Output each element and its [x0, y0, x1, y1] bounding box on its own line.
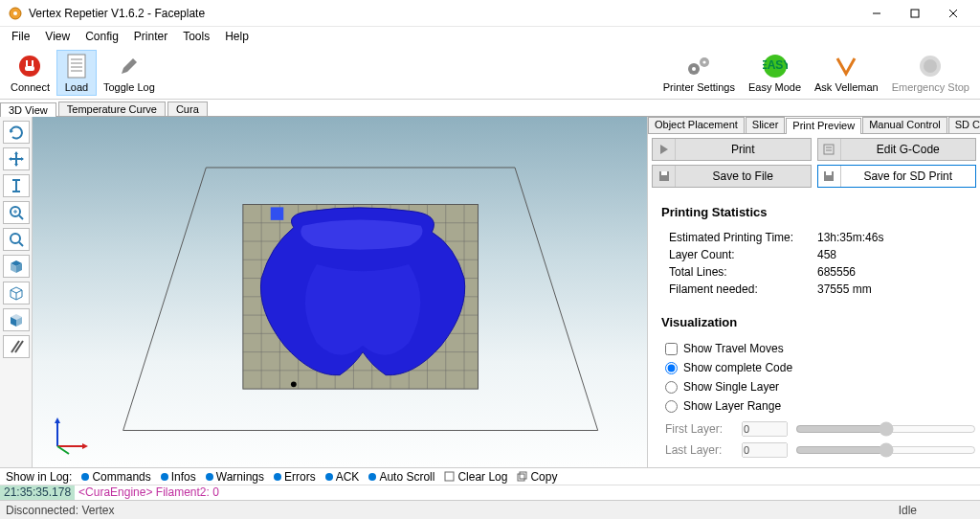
first-layer-input[interactable]: [742, 421, 788, 437]
svg-point-1: [13, 11, 17, 15]
stat-time-value: 13h:35m:46s: [817, 229, 883, 246]
svg-rect-68: [520, 472, 526, 479]
toggle-log-button[interactable]: Toggle Log: [97, 50, 162, 96]
stat-lines-value: 685556: [817, 263, 856, 281]
svg-rect-59: [824, 145, 834, 154]
printer-settings-button[interactable]: Printer Settings: [657, 50, 742, 96]
complete-radio[interactable]: [665, 362, 678, 374]
tab-3d-view[interactable]: 3D View: [0, 102, 56, 117]
stat-layers-key: Layer Count:: [669, 246, 817, 263]
status-state: Idle: [899, 504, 917, 517]
connect-label: Connect: [11, 81, 50, 93]
first-layer-control: First Layer:: [665, 421, 976, 437]
menu-file[interactable]: File: [4, 28, 37, 45]
clear-log-button[interactable]: Clear Log: [444, 470, 507, 484]
log-ack-toggle[interactable]: ACK: [325, 470, 360, 484]
edit-gcode-button[interactable]: Edit G-Code: [817, 138, 977, 161]
viz-single-layer[interactable]: Show Single Layer: [665, 377, 976, 396]
travel-checkbox[interactable]: [665, 343, 678, 355]
printer-settings-label: Printer Settings: [663, 81, 735, 93]
load-button[interactable]: Load: [56, 50, 97, 96]
view-iso-button[interactable]: [3, 282, 30, 305]
load-label: Load: [65, 81, 88, 93]
right-tabstrip: Object Placement Slicer Print Preview Ma…: [648, 117, 980, 134]
stat-filament-value: 37555 mm: [817, 281, 872, 298]
svg-line-28: [19, 242, 23, 246]
svg-rect-7: [26, 60, 28, 66]
svg-point-22: [924, 59, 937, 73]
menu-help[interactable]: Help: [217, 28, 256, 45]
save-to-file-button[interactable]: Save to File: [652, 165, 812, 188]
parallel-lines-button[interactable]: [3, 335, 30, 358]
log-console[interactable]: 21:35:35.178 <CuraEngine> Filament2: 0: [0, 485, 980, 500]
emergency-stop-button[interactable]: Emergency Stop: [885, 50, 976, 96]
connect-button[interactable]: Connect: [4, 50, 56, 96]
log-warnings-toggle[interactable]: Warnings: [206, 470, 264, 484]
log-errors-toggle[interactable]: Errors: [274, 470, 316, 484]
move-z-button[interactable]: [3, 174, 30, 197]
easy-mode-label: Easy Mode: [748, 81, 801, 93]
pencil-icon: [116, 53, 143, 79]
svg-rect-10: [68, 55, 85, 78]
viz-layer-range[interactable]: Show Layer Range: [665, 396, 976, 416]
menubar: File View Config Printer Tools Help: [0, 27, 980, 46]
edit-gcode-label: Edit G-Code: [841, 143, 976, 156]
menu-config[interactable]: Config: [78, 28, 126, 45]
copy-log-button[interactable]: Copy: [517, 470, 557, 484]
ask-velleman-button[interactable]: Ask Velleman: [808, 50, 885, 96]
view-top-button[interactable]: [3, 255, 30, 278]
range-radio[interactable]: [665, 400, 678, 413]
view-front-button[interactable]: [3, 308, 30, 331]
stat-time-key: Estimated Printing Time:: [669, 229, 817, 246]
tab-slicer[interactable]: Slicer: [746, 117, 786, 133]
log-infos-toggle[interactable]: Infos: [161, 470, 196, 484]
stats-heading: Printing Statistics: [652, 205, 976, 219]
last-layer-input[interactable]: [742, 442, 788, 458]
3d-viewport[interactable]: [33, 117, 647, 467]
ask-velleman-label: Ask Velleman: [814, 81, 879, 93]
emergency-stop-label: Emergency Stop: [892, 81, 969, 93]
tab-sd-card[interactable]: SD Card: [948, 117, 980, 133]
plug-icon: [16, 53, 43, 79]
tab-temperature-curve[interactable]: Temperature Curve: [58, 102, 166, 116]
save-for-sd-button[interactable]: Save for SD Print: [817, 165, 977, 188]
menu-view[interactable]: View: [37, 28, 78, 45]
dot-icon: [81, 473, 89, 481]
dot-icon: [274, 473, 281, 481]
move-button[interactable]: [3, 147, 30, 170]
tab-cura[interactable]: Cura: [167, 102, 208, 116]
save-sd-icon: [818, 166, 841, 187]
last-layer-control: Last Layer:: [665, 442, 976, 458]
app-icon: [8, 6, 23, 21]
viz-complete-code[interactable]: Show complete Code: [665, 358, 976, 377]
zoom-in-button[interactable]: [3, 201, 30, 224]
titlebar: Vertex Repetier V1.6.2 - Faceplate: [0, 0, 980, 27]
log-line: <CuraEngine> Filament2: 0: [75, 485, 219, 500]
maximize-button[interactable]: [896, 2, 934, 25]
tab-print-preview[interactable]: Print Preview: [786, 118, 861, 134]
log-commands-toggle[interactable]: Commands: [81, 470, 150, 484]
menu-printer[interactable]: Printer: [126, 28, 175, 45]
svg-rect-8: [32, 60, 33, 66]
svg-point-16: [692, 67, 696, 71]
easy-mode-button[interactable]: EASY Easy Mode: [742, 50, 808, 96]
svg-rect-3: [911, 10, 919, 17]
viz-travel-moves[interactable]: Show Travel Moves: [665, 339, 976, 358]
rotate-button[interactable]: [3, 121, 30, 144]
right-panel: Object Placement Slicer Print Preview Ma…: [647, 117, 980, 467]
zoom-fit-button[interactable]: [3, 228, 30, 251]
menu-tools[interactable]: Tools: [175, 28, 217, 45]
log-autoscroll-toggle[interactable]: Auto Scroll: [368, 470, 434, 484]
tab-object-placement[interactable]: Object Placement: [648, 117, 745, 133]
print-button[interactable]: Print: [652, 138, 812, 161]
single-radio[interactable]: [665, 381, 678, 394]
first-layer-slider[interactable]: [795, 422, 976, 436]
dot-icon: [325, 473, 333, 481]
tab-manual-control[interactable]: Manual Control: [862, 117, 947, 133]
minimize-button[interactable]: [858, 2, 896, 25]
svg-point-27: [11, 234, 20, 243]
last-layer-slider[interactable]: [795, 443, 976, 457]
close-button[interactable]: [934, 2, 972, 25]
file-icon: [63, 53, 90, 79]
save-to-file-label: Save to File: [676, 169, 811, 183]
